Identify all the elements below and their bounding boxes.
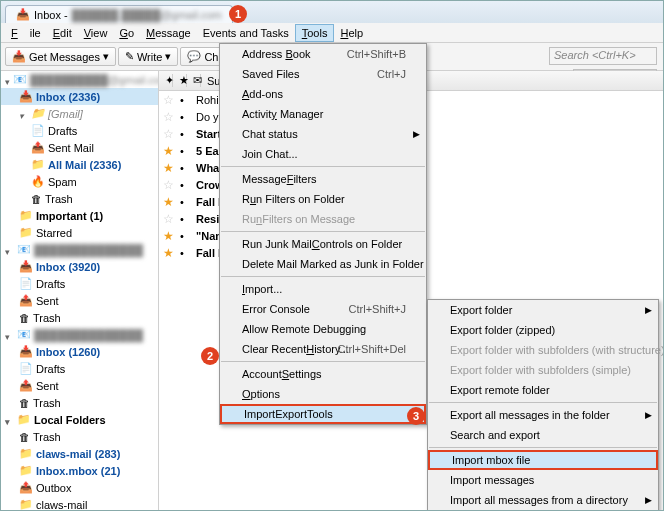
star-icon[interactable]: ★ [163, 195, 174, 209]
menu-join-chat[interactable]: Join Chat... [220, 144, 426, 164]
menu-address-book[interactable]: Address BookCtrl+Shift+B [220, 44, 426, 64]
folder-outbox[interactable]: 📤 Outbox [1, 479, 158, 496]
thread-icon: • [180, 128, 190, 140]
inbox-icon: 📥 [16, 8, 30, 21]
tab-inbox[interactable]: 📥 Inbox - ██████.█████@gmail.com [5, 5, 233, 23]
thread-icon: • [180, 111, 190, 123]
folder-claws[interactable]: 📁 claws-mail (283) [1, 445, 158, 462]
thread-icon: • [180, 230, 190, 242]
local-folders[interactable]: 📁 Local Folders [1, 411, 158, 428]
thread-icon: • [180, 196, 190, 208]
folder-allmail[interactable]: 📁 All Mail (2336) [1, 156, 158, 173]
menu-remote-debug[interactable]: Allow Remote Debugging [220, 319, 426, 339]
callout-2: 2 [201, 347, 219, 365]
folder-trash-2[interactable]: 🗑 Trash [1, 309, 158, 326]
menu-activity[interactable]: Activity Manager [220, 104, 426, 124]
callout-3: 3 [407, 407, 425, 425]
star-icon[interactable]: ☆ [163, 93, 174, 107]
tab-title: Inbox - [34, 9, 68, 21]
menu-chat-status[interactable]: Chat status▶ [220, 124, 426, 144]
star-icon[interactable]: ★ [163, 144, 174, 158]
menu-file[interactable]: File [5, 25, 47, 41]
submenu-import-mbox[interactable]: Import mbox file [428, 450, 658, 470]
menu-bar: File Edit View Go Message Events and Tas… [1, 23, 663, 43]
menu-clear-history[interactable]: Clear Recent History...Ctrl+Shift+Del [220, 339, 426, 359]
menu-saved-files[interactable]: Saved FilesCtrl+J [220, 64, 426, 84]
menu-account-settings[interactable]: Account Settings [220, 364, 426, 384]
submenu-export-sub-simple: Export folder with subfolders (simple) [428, 360, 658, 380]
star-icon[interactable]: ☆ [163, 127, 174, 141]
star-icon[interactable]: ☆ [163, 110, 174, 124]
folder-inbox-3[interactable]: 📥 Inbox (1260) [1, 343, 158, 360]
tab-account: ██████.█████@gmail.com [72, 9, 222, 21]
account-row[interactable]: 📧 ██████████@gmail.com [1, 71, 158, 88]
submenu-export-remote[interactable]: Export remote folder [428, 380, 658, 400]
menu-message[interactable]: Message [140, 25, 197, 41]
submenu-export-sub-struct: Export folder with subfolders (with stru… [428, 340, 658, 360]
menu-addons[interactable]: Add-ons [220, 84, 426, 104]
thread-icon: • [180, 94, 190, 106]
menu-message-filters[interactable]: Message Filters [220, 169, 426, 189]
menu-go[interactable]: Go [113, 25, 140, 41]
folder-trash[interactable]: 🗑 Trash [1, 190, 158, 207]
folder-drafts-2[interactable]: 📄 Drafts [1, 275, 158, 292]
menu-import[interactable]: Import... [220, 279, 426, 299]
import-export-submenu: Export folder▶ Export folder (zipped) Ex… [427, 299, 659, 511]
folder-gmail[interactable]: 📁 [Gmail] [1, 105, 158, 122]
menu-import-export-tools[interactable]: ImportExportTools▶ [220, 404, 426, 424]
menu-edit[interactable]: Edit [47, 25, 78, 41]
folder-inbox-2[interactable]: 📥 Inbox (3920) [1, 258, 158, 275]
thread-icon: • [180, 213, 190, 225]
folder-drafts-3[interactable]: 📄 Drafts [1, 360, 158, 377]
folder-claws-2[interactable]: 📁 claws-mail [1, 496, 158, 510]
submenu-export-zipped[interactable]: Export folder (zipped) [428, 320, 658, 340]
menu-error-console[interactable]: Error ConsoleCtrl+Shift+J [220, 299, 426, 319]
folder-spam[interactable]: 🔥 Spam [1, 173, 158, 190]
write-button[interactable]: ✎ Write ▾ [118, 47, 178, 66]
submenu-search-export[interactable]: Search and export [428, 425, 658, 445]
callout-1: 1 [229, 5, 247, 23]
folder-sent[interactable]: 📤 Sent Mail [1, 139, 158, 156]
submenu-import-dir[interactable]: Import all messages from a directory▶ [428, 490, 658, 510]
menu-help[interactable]: Help [334, 25, 369, 41]
folder-sent-3[interactable]: 📤 Sent [1, 377, 158, 394]
search-input[interactable]: Search <Ctrl+K> [549, 47, 657, 65]
menu-junk-controls[interactable]: Run Junk Mail Controls on Folder [220, 234, 426, 254]
account-row-3[interactable]: 📧 ██████████████ [1, 326, 158, 343]
star-icon[interactable]: ☆ [163, 178, 174, 192]
submenu-export-folder[interactable]: Export folder▶ [428, 300, 658, 320]
tools-menu: Address BookCtrl+Shift+B Saved FilesCtrl… [219, 43, 427, 425]
folder-local-trash[interactable]: 🗑 Trash [1, 428, 158, 445]
menu-options[interactable]: Options [220, 384, 426, 404]
menu-run-filters-folder[interactable]: Run Filters on Folder [220, 189, 426, 209]
folder-trash-3[interactable]: 🗑 Trash [1, 394, 158, 411]
folder-starred[interactable]: 📁 Starred [1, 224, 158, 241]
submenu-export-all-msg[interactable]: Export all messages in the folder▶ [428, 405, 658, 425]
star-icon[interactable]: ★ [163, 246, 174, 260]
folder-inbox[interactable]: 📥 Inbox (2336) [1, 88, 158, 105]
menu-run-filters-message: Run Filters on Message [220, 209, 426, 229]
menu-tools[interactable]: Tools [295, 24, 335, 42]
folder-important[interactable]: 📁 Important (1) [1, 207, 158, 224]
menu-view[interactable]: View [78, 25, 114, 41]
thread-icon: • [180, 247, 190, 259]
folder-tree: 📧 ██████████@gmail.com 📥 Inbox (2336) 📁 … [1, 71, 159, 510]
submenu-import-messages[interactable]: Import messages [428, 470, 658, 490]
thread-icon: • [180, 179, 190, 191]
folder-mbox[interactable]: 📁 Inbox.mbox (21) [1, 462, 158, 479]
folder-sent-2[interactable]: 📤 Sent [1, 292, 158, 309]
star-icon[interactable]: ☆ [163, 212, 174, 226]
star-icon[interactable]: ★ [163, 229, 174, 243]
folder-drafts[interactable]: 📄 Drafts [1, 122, 158, 139]
thread-icon: • [180, 145, 190, 157]
account-row-2[interactable]: 📧 ██████████████ [1, 241, 158, 258]
menu-events[interactable]: Events and Tasks [197, 25, 295, 41]
tab-bar: 📥 Inbox - ██████.█████@gmail.com [1, 1, 663, 23]
get-messages-button[interactable]: 📥 Get Messages ▾ [5, 47, 116, 66]
menu-delete-junk[interactable]: Delete Mail Marked as Junk in Folder [220, 254, 426, 274]
thread-icon: • [180, 162, 190, 174]
star-icon[interactable]: ★ [163, 161, 174, 175]
